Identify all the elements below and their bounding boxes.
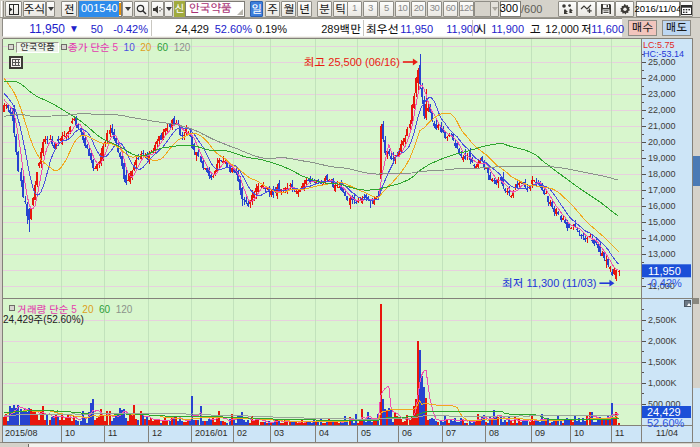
period-button-4[interactable]: 년 bbox=[297, 1, 312, 17]
volume-bars bbox=[3, 304, 620, 424]
svg-text:2,000K: 2,000K bbox=[648, 337, 677, 346]
svg-text:05: 05 bbox=[361, 429, 371, 438]
svg-text:10: 10 bbox=[574, 429, 584, 438]
svg-text:19,000: 19,000 bbox=[648, 154, 676, 163]
stock-code-dropdown-button[interactable] bbox=[122, 1, 133, 17]
interval-button-3[interactable]: 3 bbox=[363, 1, 378, 17]
period-button-6[interactable]: 틱 bbox=[333, 1, 348, 17]
price-change-percent: -0.42% bbox=[103, 23, 148, 37]
svg-text:06: 06 bbox=[402, 429, 412, 438]
gridlines bbox=[3, 39, 641, 425]
separator bbox=[363, 20, 364, 36]
svg-text:최저 11,300 (11/03): 최저 11,300 (11/03) bbox=[502, 278, 596, 289]
new-stock-badge: 신 bbox=[174, 1, 185, 17]
chart-symbol-label[interactable]: 안국약품 bbox=[16, 42, 59, 53]
svg-text:24,429: 24,429 bbox=[647, 407, 681, 418]
buy-button[interactable]: 매수 bbox=[628, 20, 657, 36]
interval-button-120[interactable]: 120 bbox=[459, 1, 474, 17]
text-caret bbox=[119, 3, 121, 15]
stock-name-text: 안국약품 bbox=[189, 2, 232, 16]
calendar-button[interactable] bbox=[680, 1, 693, 17]
candlestick-chart-svg[interactable]: 11,00012,00013,00014,00015,00016,00017,0… bbox=[0, 38, 700, 447]
chart-settings-button[interactable] bbox=[615, 1, 634, 17]
svg-text:1,000K: 1,000K bbox=[648, 379, 677, 388]
chart-annotations: 최고 25,500 (06/16)최저 11,300 (11/03) bbox=[304, 57, 615, 289]
chart-symbol-name: 안국약품 bbox=[20, 42, 55, 53]
voice-alert-button[interactable] bbox=[151, 1, 164, 17]
best-quote-label: 최우선 bbox=[366, 23, 398, 37]
compare-stock-button[interactable] bbox=[558, 1, 577, 17]
volume-ma-period-120: 120 bbox=[116, 305, 138, 315]
svg-text:12: 12 bbox=[152, 429, 162, 438]
svg-text:1,500K: 1,500K bbox=[648, 358, 677, 367]
period-button-5[interactable]: 분 bbox=[317, 1, 332, 17]
collapse-panel-button[interactable] bbox=[5, 1, 22, 17]
interval-button-1[interactable]: 1 bbox=[347, 1, 362, 17]
market-type-select[interactable]: 주식 bbox=[23, 1, 46, 17]
open-price: 11,900 bbox=[489, 23, 524, 37]
price-ma-120-line bbox=[4, 114, 619, 181]
price-ma-5-line bbox=[4, 85, 619, 270]
resize-corner bbox=[237, 9, 243, 15]
stock-chart-window: {"window":{"title":"주식 차트","width":700,"… bbox=[0, 0, 700, 447]
save-chart-button[interactable] bbox=[596, 1, 615, 17]
bar-count-value: 300 bbox=[500, 2, 518, 16]
date-axis-labels: 2015/081011122016/0102030405060708091011… bbox=[5, 425, 678, 442]
bar-count-input[interactable]: 300 bbox=[500, 1, 521, 17]
ma-visibility-checkbox[interactable] bbox=[61, 44, 67, 50]
svg-text:24,000: 24,000 bbox=[648, 74, 676, 83]
stock-search-button[interactable] bbox=[134, 1, 149, 17]
svg-text:18,000: 18,000 bbox=[648, 170, 676, 179]
period-button-3[interactable]: 월 bbox=[281, 1, 296, 17]
svg-text:11/04: 11/04 bbox=[656, 429, 678, 438]
interval-button-30[interactable]: 30 bbox=[427, 1, 442, 17]
volume-ratio: 0.19% bbox=[254, 23, 287, 37]
svg-text:10: 10 bbox=[65, 429, 75, 438]
ma-legend-period-5: 5 bbox=[112, 43, 123, 53]
current-price: 11,950 bbox=[5, 22, 65, 37]
interval-button-60[interactable]: 60 bbox=[443, 1, 458, 17]
svg-text:-0.42%: -0.42% bbox=[647, 278, 682, 289]
sell-button[interactable]: 매도 bbox=[662, 20, 691, 36]
interval-button-20[interactable]: 20 bbox=[411, 1, 426, 17]
svg-text:22,000: 22,000 bbox=[648, 106, 676, 115]
chevron-down-icon bbox=[125, 7, 131, 11]
main-toolbar: 주식 전 001540 신 안국약품 일주월년분틱 13510203060120… bbox=[0, 0, 700, 18]
svg-text:11,950: 11,950 bbox=[648, 266, 681, 277]
period-button-1[interactable]: 일 bbox=[250, 1, 263, 17]
toolbar-grip[interactable] bbox=[1, 1, 4, 17]
open-label: 시 bbox=[476, 23, 487, 37]
svg-text:17,000: 17,000 bbox=[648, 186, 676, 195]
chevron-down-icon bbox=[492, 7, 498, 11]
svg-text:14,000: 14,000 bbox=[648, 234, 676, 243]
svg-text:2,500K: 2,500K bbox=[648, 316, 677, 325]
chart-date-input[interactable]: 2016/11/04 bbox=[636, 1, 680, 17]
quote-bar: 11,950 ▼ 50 -0.42% 24,429 52.60% 0.19% 2… bbox=[2, 18, 622, 37]
stock-name-field[interactable]: 안국약품 bbox=[185, 1, 245, 17]
svg-text:23,000: 23,000 bbox=[648, 90, 676, 99]
high-label: 고 bbox=[530, 23, 541, 37]
chevron-down-icon bbox=[48, 7, 54, 11]
market-type-dropdown-button[interactable] bbox=[46, 1, 55, 17]
interval-button-5[interactable]: 5 bbox=[379, 1, 394, 17]
low-price: 11,600 bbox=[589, 23, 624, 37]
svg-text:13,000: 13,000 bbox=[648, 250, 676, 259]
high-close-indicator: HC:-53.14 bbox=[643, 49, 684, 60]
period-button-2[interactable]: 주 bbox=[265, 1, 280, 17]
volume-ma-period-60: 60 bbox=[99, 305, 116, 315]
voice-alert-dropdown-button[interactable] bbox=[164, 1, 173, 17]
add-indicator-button[interactable] bbox=[577, 1, 596, 17]
svg-text:52.60%: 52.60% bbox=[647, 418, 685, 429]
pane-collapse-button[interactable] bbox=[684, 300, 691, 307]
svg-text:08: 08 bbox=[489, 429, 499, 438]
volume-visibility-checkbox[interactable] bbox=[9, 305, 15, 311]
svg-text:최고 25,500 (06/16): 최고 25,500 (06/16) bbox=[304, 57, 400, 68]
grid-toggle-button[interactable] bbox=[9, 56, 23, 69]
ma-legend-period-10: 10 bbox=[124, 43, 141, 53]
symbol-visibility-checkbox[interactable] bbox=[8, 44, 14, 50]
interval-button-10[interactable]: 10 bbox=[395, 1, 410, 17]
jeon-button[interactable]: 전 bbox=[61, 1, 77, 17]
best-ask-price: 11,900 bbox=[444, 23, 479, 37]
svg-text:21,000: 21,000 bbox=[648, 122, 676, 131]
stock-code-input[interactable]: 001540 bbox=[78, 1, 122, 17]
